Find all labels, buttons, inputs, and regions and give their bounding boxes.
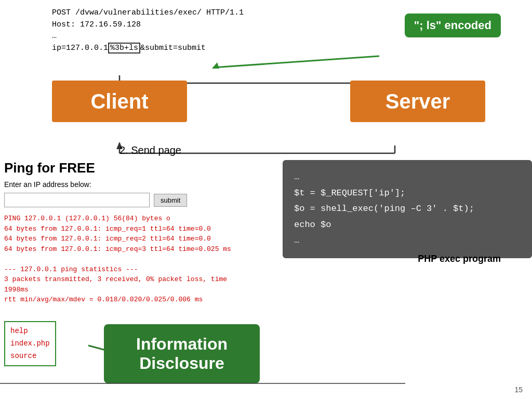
svg-line-8 bbox=[213, 56, 379, 68]
info-disclosure-bubble: Information Disclosure bbox=[104, 324, 260, 383]
page-number: 15 bbox=[514, 385, 523, 394]
client-label: Client bbox=[90, 90, 148, 113]
client-box: Client bbox=[52, 81, 187, 122]
ping-input-row: submit bbox=[4, 193, 248, 207]
http-line1: POST /dvwa/vulnerabilities/exec/ HTTP/1.… bbox=[52, 7, 244, 19]
encoded-callout: "; ls" encoded bbox=[405, 14, 501, 37]
submit-button[interactable]: submit bbox=[154, 194, 187, 207]
php-line1: … bbox=[294, 169, 521, 185]
ip-input[interactable] bbox=[4, 193, 150, 207]
http-request-text: POST /dvwa/vulnerabilities/exec/ HTTP/1.… bbox=[52, 7, 244, 54]
http-line4: ip=127.0.0.1%3b+ls&submit=submit bbox=[52, 43, 244, 55]
http-line3: … bbox=[52, 31, 244, 43]
info-line1: Information bbox=[109, 335, 255, 354]
submit-suffix: &submit=submit bbox=[140, 44, 206, 52]
php-line2: $t = $_REQUEST['ip']; bbox=[294, 185, 521, 202]
terminal-output: PING 127.0.0.1 (127.0.0.1) 56(84) bytes … bbox=[4, 214, 248, 305]
info-line2: Disclosure bbox=[109, 354, 255, 373]
ping-subtitle: Enter an IP address below: bbox=[4, 180, 248, 189]
send-page-label: 2. Send page bbox=[119, 144, 181, 156]
output-line5 bbox=[4, 254, 248, 264]
php-line3: $o = shell_exec('ping –C 3' . $t); bbox=[294, 201, 521, 217]
encoded-highlight: %3b+ls bbox=[108, 43, 140, 54]
php-panel: … $t = $_REQUEST['ip']; $o = shell_exec(… bbox=[283, 160, 532, 258]
ip-prefix: ip=127.0.0.1 bbox=[52, 44, 108, 52]
ping-panel: Ping for FREE Enter an IP address below:… bbox=[4, 160, 248, 305]
http-line2: Host: 172.16.59.128 bbox=[52, 19, 244, 31]
ls-line2: index.php bbox=[10, 338, 50, 350]
output-line2: 64 bytes from 127.0.0.1: icmp_req=1 ttl=… bbox=[4, 224, 248, 234]
output-line3: 64 bytes from 127.0.0.1: icmp_req=2 ttl=… bbox=[4, 234, 248, 244]
output-line7: 3 packets transmitted, 3 received, 0% pa… bbox=[4, 274, 248, 295]
output-line6: --- 127.0.0.1 ping statistics --- bbox=[4, 264, 248, 275]
ls-line1: help bbox=[10, 325, 50, 338]
output-line4: 64 bytes from 127.0.0.1: icmp_req=3 ttl=… bbox=[4, 244, 248, 255]
output-line8: rtt min/avg/max/mdev = 0.018/0.020/0.025… bbox=[4, 295, 248, 305]
ls-line3: source bbox=[10, 350, 50, 363]
php-line4: echo $o bbox=[294, 217, 521, 233]
server-label: Server bbox=[385, 90, 450, 113]
output-line1: PING 127.0.0.1 (127.0.0.1) 56(84) bytes … bbox=[4, 214, 248, 224]
svg-marker-9 bbox=[212, 62, 219, 69]
server-box: Server bbox=[350, 81, 485, 122]
php-line5: … bbox=[294, 233, 521, 249]
ls-output-box: help index.php source bbox=[4, 321, 56, 366]
ping-title: Ping for FREE bbox=[4, 160, 248, 176]
php-exec-label: PHP exec program bbox=[418, 254, 501, 264]
